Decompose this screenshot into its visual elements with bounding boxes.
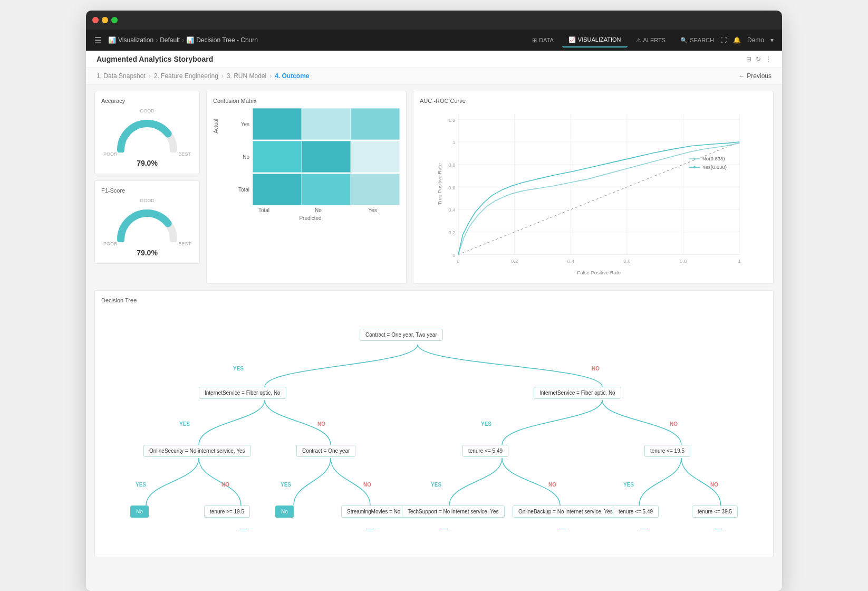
cm-x-label-total: Total xyxy=(237,207,291,213)
branch-no-3: NO xyxy=(670,421,678,427)
accuracy-gauge xyxy=(113,116,181,152)
tree-node-rl2: tenure <= 5.49 xyxy=(462,445,508,457)
user-label[interactable]: Demo xyxy=(747,36,764,44)
svg-point-33 xyxy=(693,166,696,168)
bc-decision-tree[interactable]: Decision Tree - Churn xyxy=(196,36,258,44)
tree-node-ll2: OnlineSecurity = No internet service, Ye… xyxy=(143,445,250,457)
step-3[interactable]: 3. RUN Model xyxy=(227,72,266,80)
svg-text:False Positive Rate: False Positive Rate xyxy=(577,270,621,275)
step-4[interactable]: 4. Outcome xyxy=(275,72,309,80)
steps-bar: 1. Data Snapshot › 2. Feature Engineerin… xyxy=(86,68,782,84)
tab-search[interactable]: 🔍 SEARCH xyxy=(674,33,720,47)
svg-point-30 xyxy=(693,158,696,160)
confusion-matrix-panel: Confusion Matrix Actual Yes xyxy=(206,91,407,284)
expand-rrl3[interactable]: — xyxy=(634,524,655,532)
previous-button[interactable]: ← Previous xyxy=(738,72,771,80)
branch-yes-6: YES xyxy=(431,482,441,488)
expand-rrr3[interactable]: — xyxy=(708,524,729,532)
viz-icon: 📈 xyxy=(568,36,576,43)
bc-chart-icon: 📊 xyxy=(108,36,116,44)
confusion-title: Confusion Matrix xyxy=(213,98,400,104)
tab-alerts[interactable]: ⚠ ALERTS xyxy=(630,33,672,47)
branch-yes-5: YES xyxy=(281,482,291,488)
close-button[interactable] xyxy=(92,17,99,23)
branch-no-1: NO xyxy=(592,366,600,371)
auc-chart-area: 0 0.2 0.4 0.6 0.8 1 1.2 0 0.2 0.4 0.6 0.… xyxy=(420,108,767,277)
decision-tree-panel: Decision Tree xyxy=(94,290,774,557)
cm-y-axis-label: Actual xyxy=(213,119,219,134)
bc-sep1: › xyxy=(156,36,158,44)
tab-alerts-label: ALERTS xyxy=(643,37,666,43)
more-icon[interactable]: ⋮ xyxy=(765,55,771,63)
expand-rll3[interactable]: — xyxy=(433,524,455,532)
tab-data-label: DATA xyxy=(539,37,554,43)
tree-node-lrl3: No xyxy=(275,506,294,518)
bc-default[interactable]: Default xyxy=(160,36,180,44)
maximize-button[interactable] xyxy=(111,17,118,23)
svg-text:1: 1 xyxy=(452,139,455,145)
expand-rlr3[interactable]: — xyxy=(552,524,573,532)
svg-text:0.8: 0.8 xyxy=(448,162,455,168)
prev-arrow-icon: ← xyxy=(738,72,745,80)
refresh-icon[interactable]: ↻ xyxy=(756,55,761,63)
decision-tree-title: Decision Tree xyxy=(101,297,767,303)
data-icon: ⊞ xyxy=(532,37,537,44)
cm-cell-total-yes xyxy=(351,174,400,205)
cm-x-label-yes: Yes xyxy=(345,207,400,213)
bell-icon[interactable]: 🔔 xyxy=(733,36,741,44)
svg-text:0.4: 0.4 xyxy=(448,207,456,213)
cm-y-label-total: Total xyxy=(237,187,253,193)
svg-text:True Positive Rate: True Positive Rate xyxy=(437,164,442,205)
tree-node-lr2: Contract = One year xyxy=(296,445,355,457)
f1score-value: 79.0% xyxy=(101,249,193,257)
nav-actions: ⛶ 🔔 Demo ▾ xyxy=(720,36,774,44)
tree-container[interactable]: Contract = One year, Two year YES NO Int… xyxy=(101,308,767,550)
tree-node-l1: InternetService = Fiber optic, No xyxy=(199,387,286,399)
tree-node-r1: InternetService = Fiber optic, No xyxy=(534,387,621,399)
traffic-lights xyxy=(92,17,118,23)
step-1[interactable]: 1. Data Snapshot xyxy=(97,72,146,80)
metrics-row: Accuracy GOOD POOR BEST 79 xyxy=(94,91,774,284)
fullscreen-icon[interactable]: ⛶ xyxy=(720,36,727,44)
svg-text:0: 0 xyxy=(452,252,455,258)
bc-visualization[interactable]: Visualization xyxy=(118,36,153,44)
tree-node-llr3: tenure >= 19.5 xyxy=(204,506,250,518)
accuracy-panel: Accuracy GOOD POOR BEST 79 xyxy=(94,91,200,174)
svg-text:Yes(0.838): Yes(0.838) xyxy=(702,164,727,170)
user-chevron-icon[interactable]: ▾ xyxy=(770,36,774,44)
menu-icon[interactable]: ☰ xyxy=(94,35,102,45)
branch-yes-7: YES xyxy=(623,482,634,488)
window: ☰ 📊 Visualization › Default › 📊 Decision… xyxy=(86,11,782,591)
bc-sep2: › xyxy=(182,36,184,44)
tree-node-rrl3: tenure <= 5.49 xyxy=(613,506,659,518)
minimize-button[interactable] xyxy=(102,17,108,23)
search-icon: 🔍 xyxy=(680,37,688,44)
branch-yes-1: YES xyxy=(233,366,244,371)
auc-chart-svg: 0 0.2 0.4 0.6 0.8 1 1.2 0 0.2 0.4 0.6 0.… xyxy=(420,108,767,277)
branch-yes-3: YES xyxy=(481,421,491,427)
cm-cell-yes-total xyxy=(253,108,302,140)
cm-cell-no-yes xyxy=(351,141,400,173)
cm-cell-total-total xyxy=(253,174,302,205)
svg-text:0.8: 0.8 xyxy=(680,258,687,264)
expand-llr3[interactable]: — xyxy=(233,524,254,532)
filter-icon[interactable]: ⊟ xyxy=(746,55,751,63)
tab-data[interactable]: ⊞ DATA xyxy=(526,33,560,47)
cm-x-label-no: No xyxy=(291,207,345,213)
expand-lrr3[interactable]: — xyxy=(360,524,381,532)
tab-viz-label: VISUALIZATION xyxy=(578,36,621,43)
branch-no-6: NO xyxy=(548,482,556,488)
main-content: Accuracy GOOD POOR BEST 79 xyxy=(86,84,782,591)
tab-visualization[interactable]: 📈 VISUALIZATION xyxy=(562,33,628,47)
prev-label: Previous xyxy=(747,72,771,80)
page-header: Augmented Analytics Storyboard ⊟ ↻ ⋮ xyxy=(86,51,782,68)
tree-node-root: Contract = One year, Two year xyxy=(360,329,443,341)
breadcrumb: 📊 Visualization › Default › 📊 Decision T… xyxy=(108,36,526,44)
step-2[interactable]: 2. Feature Engineering xyxy=(154,72,218,80)
tab-search-label: SEARCH xyxy=(690,37,714,43)
branch-no-5: NO xyxy=(363,482,371,488)
title-bar xyxy=(86,11,782,30)
cm-y-label-yes: Yes xyxy=(237,121,253,127)
branch-yes-4: YES xyxy=(136,482,146,488)
gauge-panels: Accuracy GOOD POOR BEST 79 xyxy=(94,91,200,284)
